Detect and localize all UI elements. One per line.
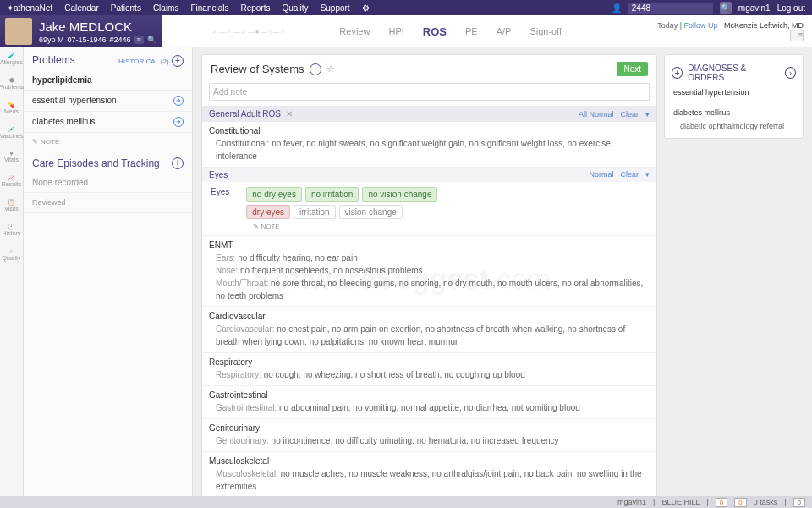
menu-reports[interactable]: Reports (240, 3, 270, 13)
sys-musculoskeletal[interactable]: MusculoskeletalMusculoskeletal: no muscl… (202, 452, 656, 496)
patient-avatar[interactable] (5, 18, 32, 45)
chip-no-irritation[interactable]: no irritation (305, 187, 359, 202)
rail-history[interactable]: 🕘History (3, 224, 21, 236)
chip-irritation[interactable]: irritation (294, 205, 336, 219)
patient-header: Jake MEDLOCK 69yo M 07-15-1946 #2446 ≡ 🔍… (0, 15, 812, 47)
patient-tag[interactable]: ≡ (134, 36, 144, 44)
rail-results[interactable]: 📈Results (2, 174, 21, 187)
orders-title: DIAGNOSES & ORDERS (688, 64, 779, 82)
tab-signoff[interactable]: Sign-off (529, 26, 562, 36)
add-order-icon[interactable]: + (672, 67, 683, 79)
left-rail: 🧪Allergies ⬢Problems 💊Meds 💉Vaccines ♥Vi… (0, 47, 24, 496)
chip-dry-eyes[interactable]: dry eyes (246, 205, 290, 219)
historical-link[interactable]: HISTORICAL (2) (118, 58, 169, 65)
sys-text: Constitutional: no fever, no night sweat… (209, 137, 648, 163)
rail-allergies[interactable]: 🧪Allergies (0, 52, 23, 65)
sys-gastrointestinal[interactable]: GastrointestinalGastrointestinal: no abd… (202, 386, 656, 419)
problems-header: Problems HISTORICAL (2) + (24, 47, 192, 70)
topbar-search-input[interactable] (628, 3, 713, 14)
topbar-user[interactable]: mgavin1 (738, 3, 771, 13)
tab-review[interactable]: Review (339, 26, 370, 36)
sidebar: Problems HISTORICAL (2) + hyperlipidemia… (24, 47, 193, 496)
sys-title: Gastrointestinal (209, 390, 648, 400)
menu-claims[interactable]: Claims (153, 3, 179, 13)
topbar: ✦athenaNet Calendar Patients Claims Fina… (0, 0, 812, 15)
problems-note[interactable]: ✎ NOTE (24, 133, 192, 151)
chevron-down-icon[interactable]: ▾ (645, 110, 650, 119)
header-action-box[interactable]: ≡ (790, 30, 804, 41)
add-problem-icon[interactable]: + (172, 55, 184, 67)
problem-item[interactable]: diabetes mellitus➜ (24, 112, 192, 133)
rail-visits[interactable]: 📋Visits (4, 199, 19, 212)
all-normal-link[interactable]: All Normal (579, 110, 614, 119)
footer-location: BLUE HILL (661, 498, 700, 506)
menu-financials[interactable]: Financials (190, 3, 228, 13)
chip-vision-change[interactable]: vision change (339, 205, 403, 219)
eyes-clear-link[interactable]: Clear (620, 170, 639, 179)
followup-link[interactable]: Follow Up (684, 21, 718, 30)
chevron-down-icon[interactable]: ▾ (645, 170, 650, 179)
sys-cardiovascular[interactable]: CardiovascularCardiovascular: no chest p… (202, 307, 656, 353)
sys-line: Ears: no difficulty hearing, no ear pain (209, 251, 648, 264)
menu-calendar[interactable]: Calendar (64, 3, 99, 13)
menu-support[interactable]: Support (321, 3, 350, 13)
ros-card: Review of Systems + ☆ Next Add note Gene… (201, 54, 657, 496)
footer-badge-1[interactable]: 0 (716, 498, 727, 507)
tab-pe[interactable]: PE (465, 26, 478, 36)
logout-link[interactable]: Log out (777, 3, 805, 13)
sync-icon[interactable]: ➜ (173, 117, 184, 127)
add-note-input[interactable]: Add note (209, 83, 650, 101)
eyes-title[interactable]: Eyes (209, 170, 228, 179)
menu-patients[interactable]: Patients (111, 3, 141, 13)
order-item[interactable]: diabetes mellitus (665, 106, 803, 119)
footer-tasks[interactable]: 0 tasks (754, 498, 778, 506)
problem-item[interactable]: essential hypertension➜ (24, 91, 192, 112)
rail-problems[interactable]: ⬢Problems (0, 77, 24, 90)
footer-badge-3[interactable]: 0 (793, 498, 805, 507)
sys-enmt[interactable]: ENMTEars: no difficulty hearing, no ear … (202, 236, 656, 307)
tab-ros[interactable]: ROS (423, 25, 447, 38)
rail-meds[interactable]: 💊Meds (4, 102, 19, 114)
sys-line: Mouth/Throat: no sore throat, no bleedin… (209, 277, 648, 302)
order-item[interactable]: essential hypertension (665, 86, 803, 99)
expand-orders-icon[interactable]: › (785, 67, 796, 79)
sys-line: Nose: no frequent nosebleeds, no nose/si… (209, 264, 648, 277)
gear-icon[interactable]: ⚙ (362, 3, 370, 13)
user-icon: 👤 (612, 3, 622, 13)
brand-logo[interactable]: ✦athenaNet (7, 3, 52, 13)
eyes-note[interactable]: ✎ NOTE (246, 223, 437, 230)
section-name[interactable]: General Adult ROS (209, 109, 281, 119)
progress-dots: ✓—✓—✓—●—○—○ (212, 28, 286, 36)
clear-link[interactable]: Clear (620, 110, 639, 119)
eyes-normal-link[interactable]: Normal (589, 170, 613, 179)
problem-item[interactable]: hyperlipidemia (24, 70, 192, 91)
next-button[interactable]: Next (617, 62, 648, 76)
chip-no-vision-change[interactable]: no vision change (362, 187, 437, 202)
sync-icon[interactable]: ➜ (173, 96, 184, 106)
rail-vitals[interactable]: ♥Vitals (4, 151, 19, 163)
search-icon[interactable]: 🔍 (720, 2, 732, 14)
add-care-icon[interactable]: + (172, 157, 184, 169)
sys-respiratory[interactable]: RespiratoryRespiratory: no cough, no whe… (202, 353, 656, 386)
rail-vaccines[interactable]: 💉Vaccines (0, 126, 23, 139)
sys-genitourinary[interactable]: GenitourinaryGenitourinary: no incontine… (202, 419, 656, 452)
ros-title: Review of Systems (211, 63, 304, 75)
chip-no-dry-eyes[interactable]: no dry eyes (246, 187, 302, 202)
sys-title: Constitutional (209, 126, 648, 135)
order-subitem[interactable]: diabetic ophthalmology referral (665, 119, 803, 133)
close-icon[interactable]: ✕ (286, 109, 293, 119)
add-ros-icon[interactable]: + (310, 64, 321, 75)
sys-constitutional[interactable]: Constitutional Constitutional: no fever,… (202, 122, 656, 168)
tab-hpi[interactable]: HPI (388, 26, 403, 36)
sys-title: Cardiovascular (209, 312, 648, 321)
search-icon[interactable]: 🔍 (147, 36, 156, 44)
patient-id: #2446 (110, 36, 131, 44)
menu-quality[interactable]: Quality (283, 3, 309, 13)
star-icon[interactable]: ☆ (326, 64, 335, 75)
tab-ap[interactable]: A/P (497, 26, 512, 36)
care-header: Care Episodes and Tracking + (24, 151, 192, 173)
care-none: None recorded (24, 173, 192, 193)
footer-badge-2[interactable]: 0 (734, 498, 746, 507)
rail-quality[interactable]: ☆Quality (3, 248, 21, 261)
sys-title: Genitourinary (209, 423, 648, 433)
